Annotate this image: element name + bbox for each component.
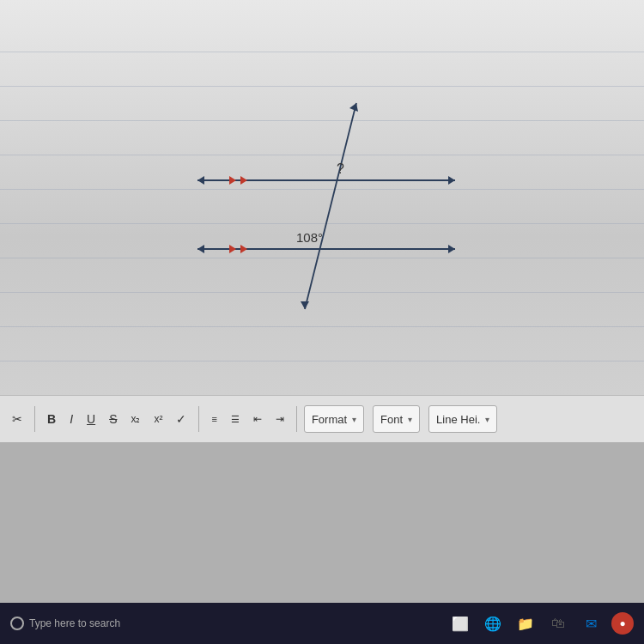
taskbar-icon-browser[interactable]: 🌐 — [481, 611, 505, 635]
cut-button[interactable]: ✂ — [7, 409, 27, 429]
toolbar-divider-2 — [198, 406, 199, 432]
taskbar-icon-folder[interactable]: 📁 — [513, 611, 538, 635]
search-bar[interactable]: Type here to search — [10, 617, 120, 630]
taskbar-icon-store[interactable]: 🛍 — [546, 611, 570, 635]
strikethrough-button[interactable]: S — [104, 409, 122, 429]
search-label: Type here to search — [29, 617, 120, 629]
geometry-diagram: ? 108° — [172, 112, 481, 335]
svg-marker-12 — [301, 301, 309, 309]
toolbar-divider — [34, 406, 35, 432]
underline-button[interactable]: U — [82, 409, 100, 429]
format-dropdown[interactable]: Format ▾ — [304, 405, 364, 433]
svg-line-10 — [305, 103, 356, 309]
format-dropdown-arrow: ▾ — [352, 415, 356, 424]
svg-text:?: ? — [337, 161, 344, 176]
svg-marker-8 — [229, 245, 236, 253]
indent-increase-button[interactable]: ⇥ — [270, 410, 289, 428]
svg-marker-4 — [240, 176, 247, 185]
document-area: ? 108° — [0, 0, 644, 395]
line-height-dropdown[interactable]: Line Hei. ▾ — [428, 405, 497, 433]
bold-button[interactable]: B — [42, 409, 61, 429]
font-dropdown[interactable]: Font ▾ — [373, 405, 420, 433]
subscript-button[interactable]: x₂ — [125, 410, 145, 428]
svg-marker-7 — [197, 245, 204, 253]
lower-area — [0, 442, 644, 603]
taskbar-icon-avatar[interactable]: ● — [611, 612, 634, 635]
font-dropdown-arrow: ▾ — [408, 415, 412, 424]
svg-marker-9 — [240, 245, 247, 253]
italic-button[interactable]: I — [64, 409, 78, 429]
toolbar: ✂ B I U S x₂ x² ✓ ≡ ☰ ⇤ ⇥ Format ▾ Font … — [0, 395, 644, 442]
svg-marker-2 — [197, 176, 204, 185]
svg-marker-3 — [229, 176, 236, 185]
ordered-list-button[interactable]: ≡ — [206, 410, 222, 428]
check-button[interactable]: ✓ — [171, 409, 191, 429]
format-label: Format — [312, 413, 347, 426]
doc-line — [0, 86, 644, 87]
search-circle-icon — [10, 617, 24, 630]
taskbar-icon-desktop[interactable]: ⬜ — [448, 611, 472, 635]
line-height-label: Line Hei. — [436, 413, 480, 426]
line-height-dropdown-arrow: ▾ — [485, 415, 489, 424]
svg-text:108°: 108° — [296, 230, 323, 245]
svg-marker-6 — [448, 245, 455, 253]
taskbar: Type here to search ⬜ 🌐 📁 🛍 ✉ ● — [0, 603, 644, 644]
unordered-list-button[interactable]: ☰ — [226, 410, 245, 428]
toolbar-divider-3 — [296, 406, 297, 432]
doc-line — [0, 52, 644, 52]
indent-decrease-button[interactable]: ⇤ — [248, 410, 267, 428]
diagram-svg: ? 108° — [172, 112, 481, 335]
svg-marker-1 — [448, 176, 455, 185]
superscript-button[interactable]: x² — [149, 410, 167, 428]
font-label: Font — [380, 413, 403, 426]
doc-line — [0, 361, 644, 361]
taskbar-icon-mail[interactable]: ✉ — [579, 611, 603, 635]
